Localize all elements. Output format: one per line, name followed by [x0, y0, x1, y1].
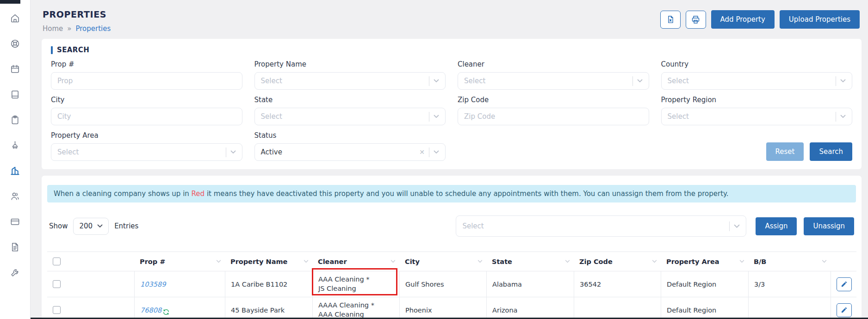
property-area-cell: Default Region	[661, 297, 748, 319]
select-divider	[226, 147, 226, 157]
prop-number-cell: 103589	[134, 271, 225, 297]
header-prop-number[interactable]: Prop #	[134, 252, 225, 271]
page-size-value: 200	[79, 222, 93, 230]
search-heading-label: SEARCH	[57, 46, 89, 54]
reset-button[interactable]: Reset	[766, 142, 804, 161]
status-select[interactable]: Active ✕	[254, 143, 446, 161]
header-bb[interactable]: B/B	[748, 252, 831, 271]
properties-building-icon	[10, 166, 20, 176]
search-button[interactable]: Search	[810, 142, 852, 161]
edit-cell	[831, 297, 856, 319]
header-zip-code[interactable]: Zip Code	[574, 252, 661, 271]
chevron-down-icon	[230, 150, 236, 154]
sidebar-item-documents[interactable]	[9, 241, 21, 253]
upload-properties-button[interactable]: Upload Properties	[780, 10, 860, 29]
sidebar-item-book[interactable]	[9, 88, 21, 100]
column-label: Cleaner	[318, 258, 347, 265]
zip-code-input[interactable]	[458, 108, 649, 125]
page-title: PROPERTIES	[43, 9, 111, 19]
add-property-button[interactable]: Add Property	[711, 10, 775, 29]
prop-number-input[interactable]	[51, 72, 242, 90]
sidebar-item-billing[interactable]	[9, 215, 21, 227]
sync-icon	[162, 308, 170, 316]
prop-number-link[interactable]: 103589	[140, 281, 166, 288]
chevron-down-icon	[434, 79, 439, 83]
row-checkbox[interactable]	[53, 280, 61, 288]
chevron-down-icon	[840, 79, 846, 83]
print-button[interactable]	[686, 11, 706, 29]
sort-chevron-icon[interactable]	[652, 260, 657, 263]
chevron-down-icon	[734, 224, 740, 228]
sidebar-item-cleaning[interactable]	[9, 139, 21, 151]
sort-chevron-icon[interactable]	[822, 260, 827, 263]
list-controls: Show 200 Entries Select Assign Unassign	[47, 215, 856, 237]
select-placeholder: Select	[668, 112, 689, 121]
sort-chevron-icon[interactable]	[304, 260, 309, 263]
city-input[interactable]	[51, 108, 242, 125]
row-checkbox-cell	[47, 271, 134, 297]
prop-number-link[interactable]: 76808	[140, 307, 170, 314]
sidebar-item-support[interactable]	[9, 37, 21, 49]
cleaner-name: JS Cleaning	[318, 285, 356, 293]
select-divider	[429, 76, 429, 86]
city-cell: Gulf Shores	[399, 271, 486, 297]
state-cell: Arizona	[486, 297, 574, 319]
unassign-button[interactable]: Unassign	[804, 217, 854, 235]
bulk-cleaner-select[interactable]: Select	[456, 215, 746, 237]
header-property-area[interactable]: Property Area	[661, 252, 748, 271]
select-divider	[729, 221, 730, 231]
top-left-dark-strip	[0, 0, 20, 4]
users-icon	[10, 191, 20, 202]
assign-button[interactable]: Assign	[756, 217, 797, 235]
header-edit	[831, 252, 856, 271]
breadcrumb-home[interactable]: Home	[43, 25, 63, 33]
sidebar-item-properties[interactable]	[9, 165, 21, 177]
clear-icon[interactable]: ✕	[419, 149, 425, 155]
field-label: Property Region	[661, 96, 853, 104]
results-panel: When a cleaning company shows up in Red …	[42, 176, 862, 319]
field-state: State Select	[254, 96, 446, 125]
properties-table: Prop # Property Name Cleaner City State …	[47, 252, 856, 319]
sort-chevron-icon[interactable]	[739, 260, 744, 263]
section-accent-bar	[51, 46, 53, 54]
sidebar-item-calendar[interactable]	[9, 63, 21, 75]
column-label: B/B	[754, 258, 766, 265]
sidebar-item-home[interactable]	[9, 12, 21, 24]
row-checkbox[interactable]	[53, 306, 61, 314]
field-label: Property Area	[51, 131, 242, 140]
property-region-select[interactable]: Select	[661, 108, 853, 125]
breadcrumb-current[interactable]: Properties	[75, 25, 111, 33]
export-excel-button[interactable]: x	[660, 11, 681, 29]
property-name-select[interactable]: Select	[254, 72, 446, 90]
country-select[interactable]: Select	[661, 72, 853, 90]
excel-export-icon: x	[666, 15, 675, 24]
row-checkbox-cell	[47, 297, 134, 319]
header-cleaner[interactable]: Cleaner	[312, 252, 399, 271]
sort-chevron-icon[interactable]	[477, 260, 483, 263]
edit-property-button[interactable]	[837, 303, 852, 317]
property-area-select[interactable]: Select	[51, 143, 242, 161]
sort-chevron-icon[interactable]	[216, 260, 221, 263]
city-cell: Phoenix	[399, 297, 486, 319]
zip-code-cell: 36542	[574, 271, 661, 297]
header-property-name[interactable]: Property Name	[225, 252, 312, 271]
sidebar-item-tools[interactable]	[9, 266, 21, 278]
chevron-down-icon	[434, 115, 439, 118]
cleaner-select[interactable]: Select	[458, 72, 649, 90]
state-select[interactable]: Select	[254, 108, 446, 125]
breadcrumb-separator: »	[67, 25, 71, 33]
header-city[interactable]: City	[399, 252, 486, 271]
select-all-checkbox[interactable]	[53, 258, 61, 265]
sidebar-item-users[interactable]	[9, 190, 21, 202]
field-label: State	[254, 96, 446, 104]
sort-chevron-icon[interactable]	[391, 260, 396, 263]
column-label: Property Name	[230, 258, 287, 265]
edit-property-button[interactable]	[837, 277, 852, 291]
header-actions: x Add Property Upload Properties	[660, 10, 860, 29]
sort-chevron-icon[interactable]	[565, 260, 570, 263]
cleaner-cell: AAA Cleaning * JS Cleaning	[312, 271, 399, 297]
main-content: PROPERTIES Home » Properties x Add Prope…	[31, 0, 868, 319]
header-state[interactable]: State	[486, 252, 574, 271]
page-size-select[interactable]: 200	[73, 218, 109, 235]
sidebar-item-clipboard[interactable]	[9, 114, 21, 126]
